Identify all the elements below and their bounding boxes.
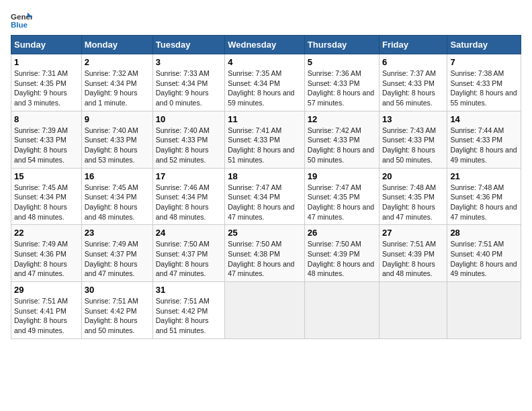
- day-number: 9: [85, 114, 150, 124]
- day-info: Sunrise: 7:51 AMSunset: 4:42 PMDaylight:…: [85, 296, 150, 336]
- logo-icon: General Blue: [11, 11, 32, 30]
- dow-header-wednesday: Wednesday: [225, 36, 305, 54]
- calendar-cell: 22Sunrise: 7:49 AMSunset: 4:36 PMDayligh…: [11, 225, 82, 282]
- svg-text:Blue: Blue: [11, 21, 28, 29]
- day-number: 5: [308, 57, 376, 67]
- day-number: 28: [450, 228, 518, 238]
- calendar-cell: 8Sunrise: 7:39 AMSunset: 4:33 PMDaylight…: [11, 111, 82, 168]
- day-number: 18: [228, 171, 302, 181]
- calendar-cell: 23Sunrise: 7:49 AMSunset: 4:37 PMDayligh…: [81, 225, 152, 282]
- day-info: Sunrise: 7:51 AMSunset: 4:41 PMDaylight:…: [14, 296, 79, 336]
- day-info: Sunrise: 7:39 AMSunset: 4:33 PMDaylight:…: [14, 126, 79, 165]
- day-number: 13: [382, 114, 444, 124]
- day-number: 2: [85, 57, 150, 67]
- day-number: 19: [308, 171, 376, 181]
- calendar-cell: 9Sunrise: 7:40 AMSunset: 4:33 PMDaylight…: [81, 111, 152, 168]
- calendar-cell: 4Sunrise: 7:35 AMSunset: 4:34 PMDaylight…: [225, 54, 305, 111]
- calendar-cell: 27Sunrise: 7:51 AMSunset: 4:39 PMDayligh…: [380, 225, 447, 282]
- calendar-week-2: 8Sunrise: 7:39 AMSunset: 4:33 PMDaylight…: [11, 111, 521, 168]
- day-info: Sunrise: 7:37 AMSunset: 4:33 PMDaylight:…: [382, 68, 444, 108]
- day-number: 10: [156, 114, 222, 124]
- calendar-cell: 28Sunrise: 7:51 AMSunset: 4:40 PMDayligh…: [447, 225, 521, 282]
- day-info: Sunrise: 7:51 AMSunset: 4:40 PMDaylight:…: [450, 239, 518, 279]
- calendar-week-3: 15Sunrise: 7:45 AMSunset: 4:34 PMDayligh…: [11, 168, 521, 225]
- day-info: Sunrise: 7:38 AMSunset: 4:33 PMDaylight:…: [450, 68, 518, 108]
- day-info: Sunrise: 7:50 AMSunset: 4:39 PMDaylight:…: [308, 239, 376, 279]
- day-info: Sunrise: 7:40 AMSunset: 4:33 PMDaylight:…: [85, 126, 150, 165]
- calendar-week-1: 1Sunrise: 7:31 AMSunset: 4:35 PMDaylight…: [11, 54, 521, 111]
- calendar-cell: [225, 282, 305, 339]
- dow-header-sunday: Sunday: [11, 36, 82, 54]
- day-number: 26: [308, 228, 376, 238]
- day-number: 16: [85, 171, 150, 181]
- calendar-cell: 25Sunrise: 7:50 AMSunset: 4:38 PMDayligh…: [225, 225, 305, 282]
- day-info: Sunrise: 7:43 AMSunset: 4:33 PMDaylight:…: [382, 126, 444, 165]
- day-info: Sunrise: 7:51 AMSunset: 4:39 PMDaylight:…: [382, 239, 444, 279]
- day-info: Sunrise: 7:35 AMSunset: 4:34 PMDaylight:…: [228, 68, 302, 108]
- calendar-cell: 13Sunrise: 7:43 AMSunset: 4:33 PMDayligh…: [380, 111, 447, 168]
- day-number: 3: [156, 57, 222, 67]
- calendar-cell: 10Sunrise: 7:40 AMSunset: 4:33 PMDayligh…: [152, 111, 224, 168]
- day-info: Sunrise: 7:50 AMSunset: 4:38 PMDaylight:…: [228, 239, 302, 279]
- calendar-cell: 5Sunrise: 7:36 AMSunset: 4:33 PMDaylight…: [304, 54, 379, 111]
- day-number: 1: [14, 57, 79, 67]
- day-number: 20: [382, 171, 444, 181]
- day-number: 8: [14, 114, 79, 124]
- day-info: Sunrise: 7:36 AMSunset: 4:33 PMDaylight:…: [308, 68, 376, 108]
- dow-header-thursday: Thursday: [304, 36, 379, 54]
- day-number: 15: [14, 171, 79, 181]
- day-info: Sunrise: 7:31 AMSunset: 4:35 PMDaylight:…: [14, 68, 79, 108]
- calendar-cell: 20Sunrise: 7:48 AMSunset: 4:35 PMDayligh…: [380, 168, 447, 225]
- calendar-cell: 14Sunrise: 7:44 AMSunset: 4:33 PMDayligh…: [447, 111, 521, 168]
- calendar-week-5: 29Sunrise: 7:51 AMSunset: 4:41 PMDayligh…: [11, 282, 521, 339]
- day-number: 23: [85, 228, 150, 238]
- dow-header-friday: Friday: [380, 36, 447, 54]
- day-info: Sunrise: 7:44 AMSunset: 4:33 PMDaylight:…: [450, 126, 518, 165]
- calendar-table: SundayMondayTuesdayWednesdayThursdayFrid…: [11, 35, 521, 339]
- day-info: Sunrise: 7:47 AMSunset: 4:35 PMDaylight:…: [308, 183, 376, 222]
- calendar-cell: [304, 282, 379, 339]
- calendar-cell: 26Sunrise: 7:50 AMSunset: 4:39 PMDayligh…: [304, 225, 379, 282]
- day-info: Sunrise: 7:40 AMSunset: 4:33 PMDaylight:…: [156, 126, 222, 165]
- calendar-cell: 7Sunrise: 7:38 AMSunset: 4:33 PMDaylight…: [447, 54, 521, 111]
- calendar-cell: 16Sunrise: 7:45 AMSunset: 4:34 PMDayligh…: [81, 168, 152, 225]
- day-number: 29: [14, 285, 79, 295]
- calendar-cell: 17Sunrise: 7:46 AMSunset: 4:34 PMDayligh…: [152, 168, 224, 225]
- day-number: 17: [156, 171, 222, 181]
- day-info: Sunrise: 7:45 AMSunset: 4:34 PMDaylight:…: [14, 183, 79, 222]
- calendar-cell: 19Sunrise: 7:47 AMSunset: 4:35 PMDayligh…: [304, 168, 379, 225]
- calendar-cell: 31Sunrise: 7:51 AMSunset: 4:42 PMDayligh…: [152, 282, 224, 339]
- calendar-cell: 15Sunrise: 7:45 AMSunset: 4:34 PMDayligh…: [11, 168, 82, 225]
- calendar-cell: 11Sunrise: 7:41 AMSunset: 4:33 PMDayligh…: [225, 111, 305, 168]
- logo: General Blue: [11, 11, 32, 30]
- day-info: Sunrise: 7:51 AMSunset: 4:42 PMDaylight:…: [156, 296, 222, 336]
- calendar-cell: 1Sunrise: 7:31 AMSunset: 4:35 PMDaylight…: [11, 54, 82, 111]
- day-number: 11: [228, 114, 302, 124]
- dow-header-tuesday: Tuesday: [152, 36, 224, 54]
- calendar-cell: 24Sunrise: 7:50 AMSunset: 4:37 PMDayligh…: [152, 225, 224, 282]
- day-info: Sunrise: 7:33 AMSunset: 4:34 PMDaylight:…: [156, 68, 222, 108]
- day-info: Sunrise: 7:49 AMSunset: 4:37 PMDaylight:…: [85, 239, 150, 279]
- calendar-cell: 6Sunrise: 7:37 AMSunset: 4:33 PMDaylight…: [380, 54, 447, 111]
- calendar-cell: [380, 282, 447, 339]
- calendar-cell: 12Sunrise: 7:42 AMSunset: 4:33 PMDayligh…: [304, 111, 379, 168]
- calendar-cell: 29Sunrise: 7:51 AMSunset: 4:41 PMDayligh…: [11, 282, 82, 339]
- day-info: Sunrise: 7:50 AMSunset: 4:37 PMDaylight:…: [156, 239, 222, 279]
- calendar-cell: 2Sunrise: 7:32 AMSunset: 4:34 PMDaylight…: [81, 54, 152, 111]
- calendar-week-4: 22Sunrise: 7:49 AMSunset: 4:36 PMDayligh…: [11, 225, 521, 282]
- day-info: Sunrise: 7:45 AMSunset: 4:34 PMDaylight:…: [85, 183, 150, 222]
- day-number: 27: [382, 228, 444, 238]
- calendar-cell: 30Sunrise: 7:51 AMSunset: 4:42 PMDayligh…: [81, 282, 152, 339]
- calendar-cell: [447, 282, 521, 339]
- day-number: 22: [14, 228, 79, 238]
- day-number: 6: [382, 57, 444, 67]
- day-number: 21: [450, 171, 518, 181]
- day-info: Sunrise: 7:48 AMSunset: 4:35 PMDaylight:…: [382, 183, 444, 222]
- day-info: Sunrise: 7:42 AMSunset: 4:33 PMDaylight:…: [308, 126, 376, 165]
- calendar-cell: 3Sunrise: 7:33 AMSunset: 4:34 PMDaylight…: [152, 54, 224, 111]
- day-number: 12: [308, 114, 376, 124]
- calendar-cell: 18Sunrise: 7:47 AMSunset: 4:34 PMDayligh…: [225, 168, 305, 225]
- day-number: 30: [85, 285, 150, 295]
- header: General Blue: [11, 11, 521, 30]
- day-number: 4: [228, 57, 302, 67]
